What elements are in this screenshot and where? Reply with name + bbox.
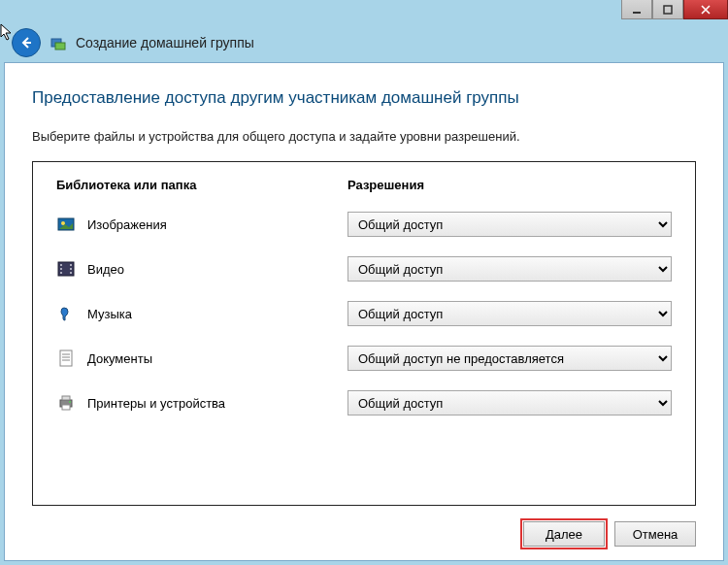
- svg-point-5: [61, 221, 65, 225]
- video-icon: [56, 259, 76, 279]
- close-button[interactable]: [683, 0, 728, 19]
- pictures-icon: [56, 215, 76, 234]
- table-row: ВидеоОбщий доступОбщий доступ не предост…: [50, 247, 678, 291]
- permission-select[interactable]: Общий доступОбщий доступ не предоставляе…: [347, 346, 672, 371]
- svg-rect-0: [633, 12, 641, 14]
- permission-select[interactable]: Общий доступОбщий доступ не предоставляе…: [347, 256, 672, 282]
- wizard-footer: Далее Отмена: [32, 506, 696, 547]
- maximize-icon: [663, 5, 673, 15]
- page-subtitle: Выберите файлы и устройства для общего д…: [32, 129, 696, 144]
- svg-rect-9: [60, 272, 62, 274]
- svg-rect-10: [70, 264, 72, 266]
- minimize-button[interactable]: [621, 0, 652, 19]
- close-icon: [701, 5, 711, 15]
- next-button[interactable]: Далее: [523, 521, 605, 547]
- library-name: Музыка: [87, 307, 347, 321]
- cancel-button[interactable]: Отмена: [614, 521, 696, 547]
- column-library: Библиотека или папка: [56, 178, 347, 192]
- wizard-content: Предоставление доступа другим участникам…: [4, 62, 724, 561]
- svg-rect-11: [70, 268, 72, 270]
- table-row: ДокументыОбщий доступОбщий доступ не пре…: [50, 336, 678, 381]
- library-name: Принтеры и устройства: [87, 396, 347, 411]
- svg-rect-8: [60, 268, 62, 270]
- svg-rect-18: [62, 396, 70, 400]
- table-row: ИзображенияОбщий доступОбщий доступ не п…: [50, 202, 678, 247]
- svg-rect-7: [60, 264, 62, 266]
- minimize-icon: [632, 5, 642, 15]
- svg-rect-13: [60, 350, 72, 366]
- music-icon: [56, 304, 76, 323]
- page-heading: Предоставление доступа другим участникам…: [32, 88, 696, 108]
- table-row: Принтеры и устройстваОбщий доступОбщий д…: [50, 381, 678, 425]
- arrow-left-icon: [19, 36, 33, 50]
- documents-icon: [56, 349, 76, 368]
- column-permissions: Разрешения: [347, 178, 424, 192]
- maximize-button[interactable]: [652, 0, 683, 19]
- table-row: МузыкаОбщий доступОбщий доступ не предос…: [50, 291, 678, 336]
- svg-rect-3: [55, 43, 65, 50]
- window-caption-buttons: [621, 0, 728, 19]
- permission-select[interactable]: Общий доступОбщий доступ не предоставляе…: [347, 212, 672, 237]
- svg-rect-12: [70, 272, 72, 274]
- wizard-header: Создание домашней группы: [0, 23, 728, 62]
- permission-select[interactable]: Общий доступОбщий доступ не предоставляе…: [347, 301, 672, 326]
- svg-rect-1: [664, 6, 672, 14]
- library-name: Видео: [87, 262, 347, 277]
- window-title: Создание домашней группы: [76, 35, 254, 50]
- sharing-table: Библиотека или папка Разрешения Изображе…: [32, 161, 696, 506]
- table-header: Библиотека или папка Разрешения: [50, 174, 678, 202]
- printers-icon: [56, 393, 76, 413]
- permission-select[interactable]: Общий доступОбщий доступ не предоставляе…: [347, 390, 672, 415]
- library-name: Документы: [87, 351, 347, 366]
- svg-rect-19: [62, 405, 70, 410]
- library-name: Изображения: [87, 217, 347, 232]
- back-button[interactable]: [12, 28, 41, 57]
- homegroup-icon: [50, 35, 66, 50]
- svg-point-20: [69, 401, 71, 403]
